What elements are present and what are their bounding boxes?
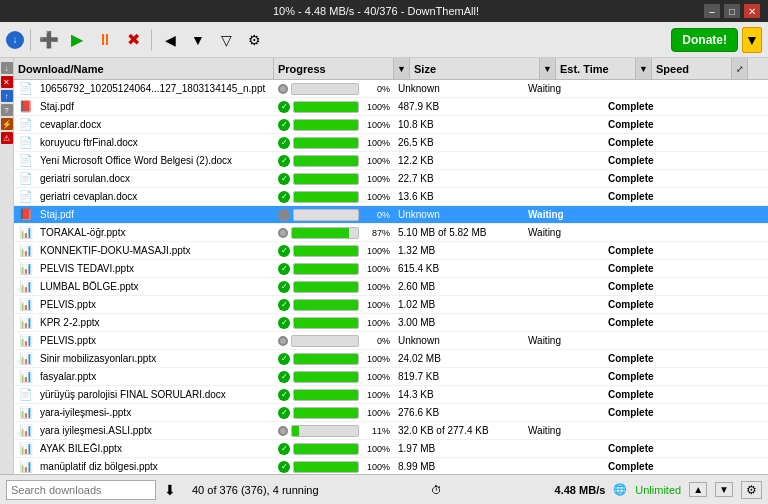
toolbar: ↓ ➕ ▶ ⏸ ✖ ◀ ▼ ▽ ⚙ Donate! ▼ <box>0 22 768 58</box>
table-row[interactable]: 📕Staj.pdf✓100%487.9 KBComplete <box>14 98 768 116</box>
search-input[interactable] <box>6 480 156 500</box>
unlimited-icon: 🌐 <box>613 483 627 496</box>
table-row[interactable]: 📄koruyucu ftrFinal.docx✓100%26.5 KBCompl… <box>14 134 768 152</box>
table-row[interactable]: 📊AYAK BİLEĞİ.pptx✓100%1.97 MBComplete <box>14 440 768 458</box>
file-name: 10656792_10205124064...127_1803134145_n.… <box>38 83 274 94</box>
file-type-icon: 📊 <box>14 244 38 257</box>
file-name: yara iyileşmesi.ASLI.pptx <box>38 425 274 436</box>
table-row[interactable]: 📄geriatri cevaplan.docx✓100%13.6 KBCompl… <box>14 188 768 206</box>
queue-up-button[interactable]: ◀ <box>158 28 182 52</box>
table-row[interactable]: 📊KPR 2-2.pptx✓100%3.00 MBComplete <box>14 314 768 332</box>
maximize-button[interactable]: □ <box>724 4 740 18</box>
progress-cell: ✓100% <box>274 299 394 311</box>
table-row[interactable]: 📄10656792_10205124064...127_1803134145_n… <box>14 80 768 98</box>
table-row[interactable]: 📊PELVİS.pptx0%UnknownWaiting <box>14 332 768 350</box>
file-size: 819.7 KB <box>394 371 524 382</box>
play-button[interactable]: ▶ <box>65 28 89 52</box>
progress-percent: 0% <box>362 84 390 94</box>
progress-percent: 0% <box>362 210 390 220</box>
progress-cell: ✓100% <box>274 137 394 149</box>
close-button[interactable]: ✕ <box>744 4 760 18</box>
table-row[interactable]: 📊Sinir mobilizasyonları.pptx✓100%24.02 M… <box>14 350 768 368</box>
file-type-icon: 📕 <box>14 208 38 221</box>
file-name: Staj.pdf <box>38 209 274 220</box>
status-icon: ✓ <box>278 245 290 257</box>
table-row[interactable]: 📄yürüyüş parolojisi FİNAL SORULARI.docx✓… <box>14 386 768 404</box>
file-size: 13.6 KB <box>394 191 524 202</box>
sidebar-icon-5[interactable]: ⚡ <box>1 118 13 130</box>
est-time: Waiting <box>524 335 604 346</box>
table-row[interactable]: 📊PELVİS TEDAVİ.pptx✓100%615.4 KBComplete <box>14 260 768 278</box>
table-row[interactable]: 📄cevaplar.docx✓100%10.8 KBComplete <box>14 116 768 134</box>
file-type-icon: 📄 <box>14 190 38 203</box>
sidebar: ↓ ✕ ↑ ? ⚡ ⚠ <box>0 58 14 474</box>
minimize-button[interactable]: – <box>704 4 720 18</box>
progress-bar <box>293 191 359 203</box>
progress-cell: ✓100% <box>274 353 394 365</box>
titlebar-title: 10% - 4.48 MB/s - 40/376 - DownThemAll! <box>48 5 704 17</box>
sidebar-icon-4[interactable]: ? <box>1 104 13 116</box>
status-icon: ✓ <box>278 137 290 149</box>
main-content: Download/Name Progress ▼ Size ▼ Est. Tim… <box>14 58 768 474</box>
queue-down-button[interactable]: ▼ <box>186 28 210 52</box>
table-row[interactable]: 📊fasyalar.pptx✓100%819.7 KBComplete <box>14 368 768 386</box>
progress-percent: 100% <box>362 264 390 274</box>
col-progress-sort[interactable]: ▼ <box>394 58 410 79</box>
progress-bar <box>291 335 359 347</box>
download-speed: Complete <box>604 173 684 184</box>
progress-cell: ✓100% <box>274 263 394 275</box>
sidebar-icon-1[interactable]: ↓ <box>1 62 13 74</box>
table-row[interactable]: 📊yara-iyileşmesi-.pptx✓100%276.6 KBCompl… <box>14 404 768 422</box>
table-row[interactable]: 📄Yeni Microsoft Office Word Belgesi (2).… <box>14 152 768 170</box>
progress-bar <box>293 209 359 221</box>
progress-bar <box>293 443 359 455</box>
sidebar-icon-3[interactable]: ↑ <box>1 90 13 102</box>
table-row[interactable]: 📊PELVİS.pptx✓100%1.02 MBComplete <box>14 296 768 314</box>
download-speed: Complete <box>604 101 684 112</box>
col-speed-expand[interactable]: ⤢ <box>732 58 748 79</box>
progress-cell: ✓100% <box>274 119 394 131</box>
status-icon <box>278 84 288 94</box>
table-row[interactable]: 📊KONNEKTİF-DOKU-MASAJI.pptx✓100%1.32 MBC… <box>14 242 768 260</box>
settings-button[interactable]: ⚙ <box>242 28 266 52</box>
progress-percent: 100% <box>362 120 390 130</box>
est-time: Waiting <box>524 209 604 220</box>
speed-down-button[interactable]: ▼ <box>715 482 733 497</box>
table-row[interactable]: 📕Staj.pdf0%UnknownWaiting <box>14 206 768 224</box>
file-type-icon: 📊 <box>14 334 38 347</box>
preferences-button[interactable]: ⚙ <box>741 481 762 499</box>
progress-bar <box>293 245 359 257</box>
table-row[interactable]: 📊TORAKAL-öğr.pptx87%5.10 MB of 5.82 MBWa… <box>14 224 768 242</box>
table-row[interactable]: 📊yara iyileşmesi.ASLI.pptx11%32.0 KB of … <box>14 422 768 440</box>
progress-bar <box>291 83 359 95</box>
col-size-sort[interactable]: ▼ <box>540 58 556 79</box>
table-row[interactable]: 📄geriatri sorulan.docx✓100%22.7 KBComple… <box>14 170 768 188</box>
titlebar-controls: – □ ✕ <box>704 4 760 18</box>
progress-percent: 100% <box>362 156 390 166</box>
table-row[interactable]: 📊manüplatif diz bölgesi.pptx✓100%8.99 MB… <box>14 458 768 474</box>
pause-button[interactable]: ⏸ <box>93 28 117 52</box>
col-est-sort[interactable]: ▼ <box>636 58 652 79</box>
progress-bar <box>293 281 359 293</box>
progress-percent: 87% <box>362 228 390 238</box>
add-button[interactable]: ➕ <box>37 28 61 52</box>
progress-percent: 100% <box>362 318 390 328</box>
queue-arrow[interactable]: ▼ <box>742 27 762 53</box>
toolbar-separator-1 <box>30 29 31 51</box>
stop-button[interactable]: ✖ <box>121 28 145 52</box>
sidebar-icon-2[interactable]: ✕ <box>1 76 13 88</box>
status-icon: ✓ <box>278 389 290 401</box>
sidebar-icon-6[interactable]: ⚠ <box>1 132 13 144</box>
file-size: 14.3 KB <box>394 389 524 400</box>
file-size: 1.02 MB <box>394 299 524 310</box>
speed-up-button[interactable]: ▲ <box>689 482 707 497</box>
progress-percent: 100% <box>362 246 390 256</box>
table-row[interactable]: 📊LUMBAL BÖLGE.pptx✓100%2.60 MBComplete <box>14 278 768 296</box>
download-speed: Complete <box>604 281 684 292</box>
progress-cell: ✓100% <box>274 317 394 329</box>
donate-button[interactable]: Donate! <box>671 28 738 52</box>
progress-bar <box>293 461 359 473</box>
file-name: yara-iyileşmesi-.pptx <box>38 407 274 418</box>
move-to-bottom-button[interactable]: ▽ <box>214 28 238 52</box>
file-size: 3.00 MB <box>394 317 524 328</box>
